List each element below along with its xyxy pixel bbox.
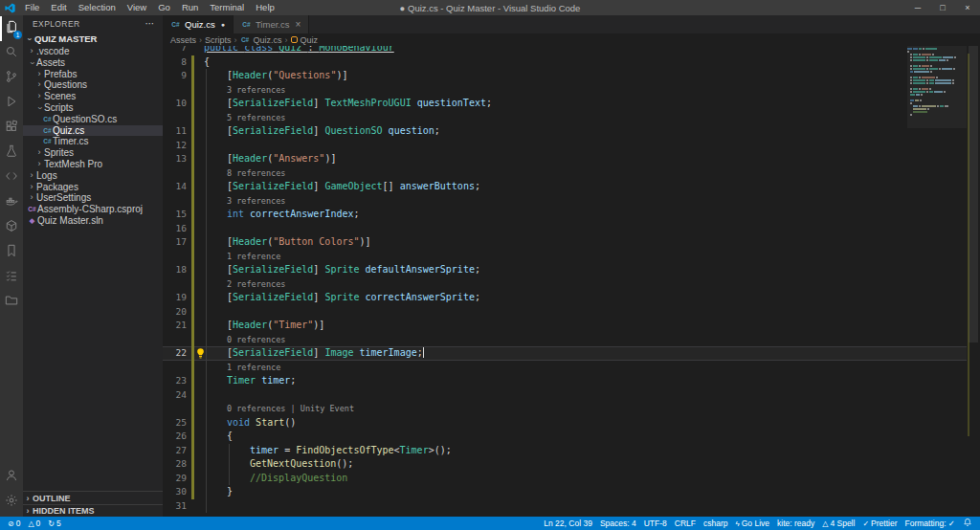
tree-item-quiz-cs[interactable]: C#Quiz.cs [23,125,163,137]
tree-item-scripts[interactable]: ›Scripts [23,102,163,114]
tree-item-scenes[interactable]: ›Scenes [23,91,163,102]
status-spell-checker[interactable]: △4 Spell [818,517,858,530]
codelens-label[interactable]: 8 references [227,168,285,178]
workspace-section-header[interactable]: › QUIZ MASTER [23,32,163,46]
status-notifications[interactable] [959,517,976,530]
breadcrumb-item-assets[interactable]: Assets [170,35,196,45]
breadcrumb-item-quiz[interactable]: Quiz [301,35,319,45]
codelens-text[interactable]: 0 references | Unity Event [194,402,967,416]
tree-item-usersettings[interactable]: ›UserSettings [23,192,163,204]
status-formatting[interactable]: Formatting: ✓ [902,517,959,530]
codelens-label[interactable]: 0 references [227,335,285,344]
tree-item-timer-cs[interactable]: C#Timer.cs [23,136,163,147]
code-text[interactable]: [SerializeField] GameObject[] answerButt… [194,180,967,194]
codelens-text[interactable]: 8 references [194,166,967,181]
activity-docker[interactable] [0,190,23,215]
tree-item-questions[interactable]: ›Questions [23,79,163,91]
tree-item-logs[interactable]: ›Logs [23,170,163,182]
code-text[interactable]: { [194,430,967,444]
status-kite-status[interactable]: kite: ready [773,517,818,530]
codelens-text[interactable]: 1 reference [194,361,967,375]
tree-item-packages[interactable]: ›Packages [23,182,163,193]
activity-todo[interactable] [0,265,23,290]
activity-settings[interactable] [0,490,23,515]
menu-go[interactable]: Go [152,0,176,15]
activity-extensions[interactable] [0,116,23,141]
code-text[interactable] [194,499,967,514]
activity-bookmarks[interactable] [0,240,23,265]
status-problems-warnings[interactable]: △0 [24,517,44,530]
activity-explorer[interactable]: 1 [0,16,23,41]
tree-item-prefabs[interactable]: ›Prefabs [23,69,163,80]
scrollbar-thumb[interactable] [969,46,978,342]
tree-item-quiz-master-sln[interactable]: ◆Quiz Master.sln [23,215,163,227]
code-text[interactable]: [SerializeField] Image timerImage; [194,346,967,361]
activity-search[interactable] [0,41,23,66]
activity-project-manager[interactable] [0,290,23,315]
minimize-button[interactable]: ─ [905,0,930,15]
close-icon[interactable]: × [295,19,301,30]
code-text[interactable]: public class Quiz : MonoBehaviour [194,46,967,55]
code-text[interactable]: [SerializeField] TextMeshProUGUI questio… [194,97,967,111]
code-text[interactable]: Timer timer; [194,374,967,388]
codelens-text[interactable]: 0 references [194,333,967,347]
codelens-label[interactable]: 3 references [227,196,285,206]
status-prettier[interactable]: ✓Prettier [858,517,901,530]
tab-quiz-cs[interactable]: C#Quiz.cs● [163,15,234,33]
activity-testing[interactable] [0,141,23,166]
minimap[interactable] [907,46,967,517]
status-language-mode[interactable]: csharp [700,517,732,530]
codelens-label[interactable]: 1 reference [227,252,280,261]
status-go-live[interactable]: ϟGo Live [732,517,774,530]
code-text[interactable] [194,222,967,236]
codelens-text[interactable]: 5 references [194,111,967,125]
codelens-text[interactable]: 1 reference [194,250,967,264]
code-text[interactable]: [Header("Button Colors")] [194,235,967,250]
code-text[interactable] [194,139,967,153]
code-text[interactable]: [Header("Answers")] [194,152,967,166]
code-text[interactable]: GetNextQuestion(); [194,457,967,472]
status-problems-errors[interactable]: ⊘0 [4,517,24,530]
codelens-text[interactable]: 3 references [194,83,967,98]
code-area[interactable]: 7public class Quiz : MonoBehaviour8{9[He… [163,46,967,517]
activity-remote-explorer[interactable] [0,166,23,190]
more-actions-icon[interactable]: ⋯ [145,18,155,29]
menu-help[interactable]: Help [250,0,280,15]
menu-selection[interactable]: Selection [73,0,122,15]
codelens-label[interactable]: 3 references [227,85,285,95]
activity-unity[interactable] [0,215,23,240]
code-text[interactable]: } [194,485,967,499]
status-indentation[interactable]: Spaces: 4 [596,517,640,530]
code-text[interactable]: timer = FindObjectsOfType<Timer>(); [194,444,967,458]
code-text[interactable]: [SerializeField] Sprite defaultAnswerSpr… [194,263,967,277]
code-text[interactable] [194,305,967,320]
activity-source-control[interactable] [0,66,23,91]
outline-section[interactable]: › OUTLINE [23,492,163,504]
code-text[interactable]: { [194,55,967,70]
menu-run[interactable]: Run [176,0,204,15]
activity-run-and-debug[interactable] [0,91,23,116]
tree-item-textmesh-pro[interactable]: ›TextMesh Pro [23,159,163,170]
code-text[interactable] [194,388,967,403]
tree-item-vscode[interactable]: ›.vscode [23,46,163,57]
codelens-label[interactable]: 2 references [227,279,285,289]
status-eol-sequence[interactable]: CRLF [671,517,700,530]
menu-edit[interactable]: Edit [45,0,72,15]
menu-file[interactable]: File [19,0,45,15]
breadcrumb-item-quiz-cs[interactable]: Quiz.cs [254,35,282,45]
code-text[interactable]: //DisplayQuestion [194,472,967,486]
code-text[interactable]: [SerializeField] QuestionSO question; [194,124,967,139]
tree-item-questionso-cs[interactable]: C#QuestionSO.cs [23,114,163,125]
status-encoding[interactable]: UTF-8 [640,517,671,530]
close-button[interactable]: × [955,0,980,15]
codelens-text[interactable]: 2 references [194,277,967,292]
code-text[interactable]: [Header("Questions")] [194,69,967,83]
hidden-items-section[interactable]: › HIDDEN ITEMS [23,504,163,517]
code-text[interactable]: int correctAnswerIndex; [194,208,967,222]
tree-item-assembly-csharp-csproj[interactable]: C#Assembly-CSharp.csproj [23,204,163,215]
tab-timer-cs[interactable]: C#Timer.cs× [234,15,309,33]
codelens-label[interactable]: 5 references [227,113,285,122]
status-sync-status[interactable]: ↻5 [44,517,64,530]
codelens-label[interactable]: 0 references | Unity Event [227,404,354,413]
code-text[interactable]: [SerializeField] Sprite correctAnswerSpr… [194,291,967,305]
